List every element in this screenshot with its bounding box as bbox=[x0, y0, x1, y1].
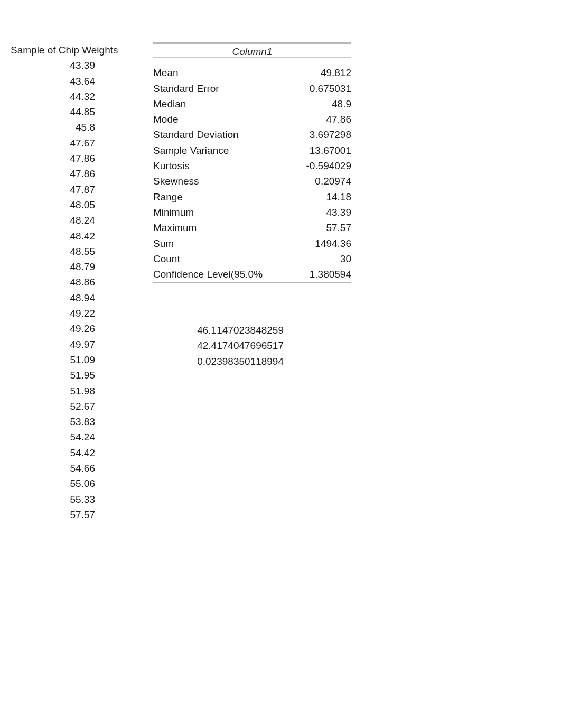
stats-value: 13.67001 bbox=[284, 143, 351, 158]
stats-value: 1494.36 bbox=[284, 236, 351, 251]
stats-row: Skewness 0.20974 bbox=[153, 173, 351, 189]
stats-label: Mean bbox=[153, 65, 284, 80]
sample-column: Sample of Chip Weights 43.39 43.64 44.32… bbox=[0, 42, 131, 522]
sample-cell: 48.55 bbox=[0, 244, 131, 259]
stats-value: 48.9 bbox=[284, 96, 351, 112]
stats-value: 57.57 bbox=[284, 220, 351, 235]
stats-label: Confidence Level(95.0% bbox=[153, 266, 284, 282]
sample-cell: 54.42 bbox=[0, 445, 131, 460]
stats-value: 0.20974 bbox=[284, 173, 351, 189]
sample-cell: 48.94 bbox=[0, 290, 131, 306]
stats-row: Sample Variance 13.67001 bbox=[153, 143, 351, 158]
sample-cell: 51.09 bbox=[0, 352, 131, 367]
extra-cell: 46.1147023848259 bbox=[153, 322, 284, 338]
sample-cell: 44.32 bbox=[0, 89, 131, 104]
sample-cell: 52.67 bbox=[0, 399, 131, 414]
stats-value: 14.18 bbox=[284, 189, 351, 205]
extra-cell: 0.02398350118994 bbox=[153, 354, 284, 369]
stats-value: 43.39 bbox=[284, 205, 351, 220]
sample-cell: 47.87 bbox=[0, 182, 131, 197]
stats-label: Sample Variance bbox=[153, 143, 284, 158]
stats-title: Column1 bbox=[153, 42, 351, 58]
stats-row: Standard Error 0.675031 bbox=[153, 81, 351, 96]
sample-header: Sample of Chip Weights bbox=[0, 42, 131, 58]
sample-cell: 49.97 bbox=[0, 337, 131, 352]
sample-cell: 48.86 bbox=[0, 274, 131, 290]
stats-value: 47.86 bbox=[284, 112, 351, 127]
stats-label: Sum bbox=[153, 236, 284, 251]
stats-label: Median bbox=[153, 96, 284, 112]
page: Sample of Chip Weights 43.39 43.64 44.32… bbox=[0, 0, 561, 728]
sample-cell: 45.8 bbox=[0, 119, 131, 135]
stats-label: Standard Deviation bbox=[153, 127, 284, 142]
sample-cell: 51.95 bbox=[0, 367, 131, 383]
stats-row: Standard Deviation 3.697298 bbox=[153, 127, 351, 142]
extra-cell: 42.4174047696517 bbox=[153, 338, 284, 353]
sample-cell: 44.85 bbox=[0, 104, 131, 119]
stats-row: Confidence Level(95.0% 1.380594 bbox=[153, 266, 351, 282]
sample-cell: 48.42 bbox=[0, 228, 131, 244]
stats-row: Count 30 bbox=[153, 251, 351, 266]
stats-value: 0.675031 bbox=[284, 81, 351, 96]
stats-value: 3.697298 bbox=[284, 127, 351, 142]
stats-row: Range 14.18 bbox=[153, 189, 351, 205]
stats-row: Median 48.9 bbox=[153, 96, 351, 112]
sample-cell: 48.24 bbox=[0, 213, 131, 228]
stats-value: 49.812 bbox=[284, 65, 351, 80]
stats-row: Mode 47.86 bbox=[153, 112, 351, 127]
sample-cell: 55.06 bbox=[0, 476, 131, 491]
stats-row: Kurtosis -0.594029 bbox=[153, 158, 351, 173]
stats-value: -0.594029 bbox=[284, 158, 351, 173]
stats-label: Kurtosis bbox=[153, 158, 284, 173]
stats-value: 1.380594 bbox=[284, 266, 351, 282]
sample-cell: 43.39 bbox=[0, 58, 131, 73]
stats-label: Range bbox=[153, 189, 284, 205]
stats-table: Column1 Mean 49.812 Standard Error 0.675… bbox=[153, 42, 351, 285]
stats-label: Mode bbox=[153, 112, 284, 127]
sample-cell: 43.64 bbox=[0, 73, 131, 89]
sample-cell: 47.86 bbox=[0, 166, 131, 181]
sample-cell: 54.66 bbox=[0, 460, 131, 476]
stats-label: Skewness bbox=[153, 173, 284, 189]
sample-cell: 57.57 bbox=[0, 507, 131, 522]
sample-cell: 51.98 bbox=[0, 383, 131, 399]
sample-cell: 49.26 bbox=[0, 321, 131, 336]
sample-cell: 48.79 bbox=[0, 259, 131, 274]
sample-cell: 47.86 bbox=[0, 151, 131, 166]
sample-cell: 55.33 bbox=[0, 492, 131, 507]
stats-footer-rule bbox=[153, 282, 351, 285]
stats-label: Minimum bbox=[153, 205, 284, 220]
stats-label: Standard Error bbox=[153, 81, 284, 96]
extra-numbers: 46.1147023848259 42.4174047696517 0.0239… bbox=[153, 322, 284, 369]
stats-row: Sum 1494.36 bbox=[153, 236, 351, 251]
sample-cell: 53.83 bbox=[0, 414, 131, 429]
sample-cell: 54.24 bbox=[0, 429, 131, 445]
stats-label: Maximum bbox=[153, 220, 284, 235]
stats-row: Maximum 57.57 bbox=[153, 220, 351, 235]
sample-cell: 48.05 bbox=[0, 197, 131, 213]
stats-value: 30 bbox=[284, 251, 351, 266]
sample-cell: 49.22 bbox=[0, 306, 131, 321]
sample-cell: 47.67 bbox=[0, 135, 131, 151]
stats-row: Mean 49.812 bbox=[153, 65, 351, 80]
stats-label: Count bbox=[153, 251, 284, 266]
stats-row: Minimum 43.39 bbox=[153, 205, 351, 220]
